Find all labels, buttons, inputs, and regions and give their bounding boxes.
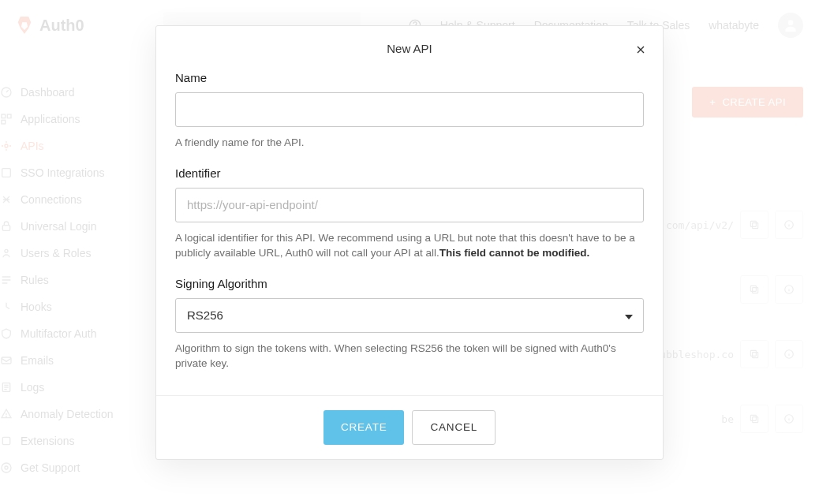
modal-close-button[interactable]: [631, 40, 650, 59]
form-group-name: Name A friendly name for the API.: [175, 71, 644, 151]
form-group-algorithm: Signing Algorithm Algorithm to sign the …: [175, 277, 644, 371]
algorithm-select-wrap: [175, 298, 644, 333]
modal-header: New API: [156, 26, 663, 63]
cancel-button[interactable]: CANCEL: [412, 410, 496, 445]
new-api-modal: New API Name A friendly name for the API…: [155, 25, 664, 460]
modal-title: New API: [175, 42, 644, 55]
identifier-label: Identifier: [175, 166, 644, 180]
identifier-input[interactable]: [175, 188, 644, 222]
name-help: A friendly name for the API.: [175, 135, 644, 151]
algorithm-help: Algorithm to sign the tokens with. When …: [175, 341, 644, 371]
form-group-identifier: Identifier A logical identifier for this…: [175, 166, 644, 261]
name-label: Name: [175, 71, 644, 84]
close-icon: [634, 43, 647, 56]
modal-footer: CREATE CANCEL: [156, 395, 663, 459]
identifier-help: A logical identifier for this API. We re…: [175, 230, 644, 261]
identifier-help-bold: This field cannot be modified.: [439, 247, 590, 259]
algorithm-select[interactable]: [175, 298, 644, 333]
name-input[interactable]: [175, 92, 644, 127]
create-button[interactable]: CREATE: [323, 410, 405, 445]
modal-body: Name A friendly name for the API. Identi…: [156, 63, 663, 395]
algorithm-label: Signing Algorithm: [175, 277, 644, 290]
